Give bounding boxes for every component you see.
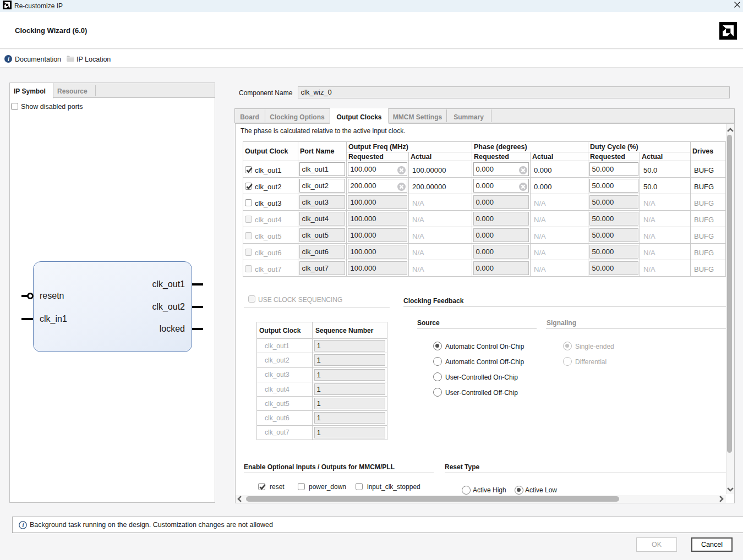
svg-text:i: i	[22, 522, 24, 528]
